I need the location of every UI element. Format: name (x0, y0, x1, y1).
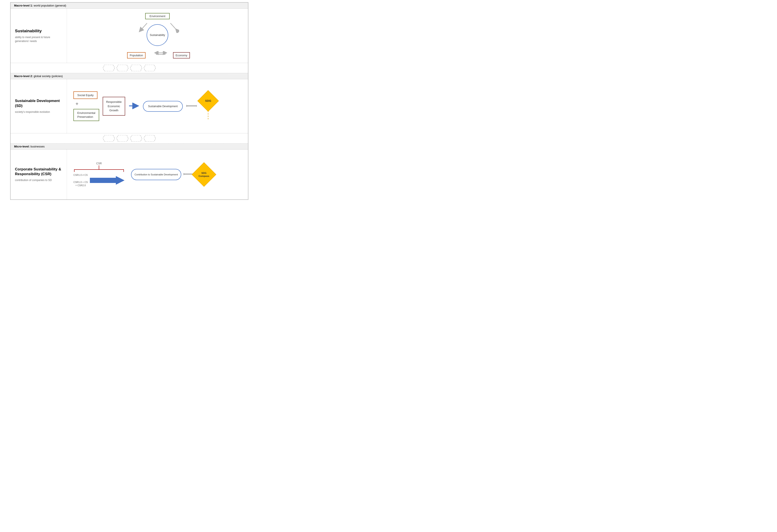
environment-label: Environment (150, 14, 165, 18)
micro-content: Corporate Sustainability & Responsibilit… (11, 149, 248, 199)
plus-top: + (76, 101, 78, 107)
micro-header-sub: businesses (30, 145, 44, 148)
macro1-title: Sustainability (15, 28, 63, 34)
population-label: Population (130, 54, 143, 57)
social-equity-label: Social Equity (77, 94, 94, 97)
macro2-header-bold: Macro-level 2: (14, 75, 33, 78)
micro-right: CSR CSR1.0 ≠ CS CSR1.0 + CS= CSR2.0 (67, 149, 248, 199)
chevron-2 (116, 65, 128, 71)
macro1-header-sub: world population (general) (33, 4, 66, 7)
chevron-1 (103, 65, 115, 71)
csr-vertical-line (99, 166, 99, 169)
pop-eco-arrow (154, 51, 167, 56)
env-pres-label: EnvironmentalPreservation (77, 111, 95, 118)
macro2-title: Sustainable Development (SD) (15, 99, 63, 108)
macro1-left: Sustainability ability to meet present &… (11, 9, 67, 63)
resp-eco-box: ResponsibleEconomicGrowth (103, 97, 125, 116)
csr1-label: CSR1.0 ≠ CS (74, 174, 88, 176)
macro2-header: Macro-level 2: global society (policies) (11, 73, 248, 79)
chevron-row-1 (11, 63, 248, 73)
micro-subtitle: contribution of companies to SD (15, 178, 63, 182)
sustainability-circle-label: Sustainability (150, 33, 165, 36)
sd-oval: Sustainable Development (143, 101, 183, 112)
sdg-diamond: SDG (198, 90, 219, 111)
macro2-right: Social Equity + EnvironmentalPreservatio… (67, 79, 248, 133)
blue-arrow-row: CSR1.0 ≠ CS CSR1.0 + CS= CSR2.0 (74, 174, 124, 187)
population-box: Population (127, 52, 145, 59)
micro-header: Micro-level: businesses (11, 143, 248, 149)
csr-column: CSR CSR1.0 ≠ CS CSR1.0 + CS= CSR2.0 (74, 162, 124, 187)
resp-eco-label: ResponsibleEconomicGrowth (106, 100, 122, 112)
left-stack: Social Equity + EnvironmentalPreservatio… (74, 91, 99, 121)
svg-marker-7 (103, 135, 115, 141)
sustainability-circle: Sustainability (147, 24, 168, 46)
sustainability-diagram: Environment (123, 13, 192, 59)
chevron-6 (116, 135, 128, 141)
sd-oval-label: Sustainable Development (148, 105, 178, 108)
chevron-3 (130, 65, 142, 71)
contribution-oval: Contribution to Sustainable Development (131, 169, 181, 180)
chevron-5 (103, 135, 115, 141)
macro1-subtitle: ability to meet present & future generat… (15, 35, 63, 43)
sdg-compass-diamond: SDGCompass (192, 162, 216, 187)
svg-marker-4 (130, 65, 142, 71)
macro1-right: Environment (67, 9, 248, 63)
arrow-tr (168, 22, 179, 34)
micro-left: Corporate Sustainability & Responsibilit… (11, 149, 67, 199)
csr2-label: CSR1.0 + CS= CSR2.0 (74, 181, 88, 187)
macro2-subtitle: society's responsible evolution (15, 110, 63, 114)
macro1-header: Macro-level 1: world population (general… (11, 3, 248, 9)
svg-marker-3 (116, 65, 128, 71)
macro2-header-sub: global society (policies) (33, 75, 63, 78)
chevron-7 (130, 135, 142, 141)
env-pres-box: EnvironmentalPreservation (74, 109, 99, 121)
macro2-content: Sustainable Development (SD) society's r… (11, 79, 248, 133)
svg-marker-9 (130, 135, 142, 141)
sdg-compass-label: SDGCompass (199, 172, 210, 178)
csr-red-bracket (74, 169, 124, 172)
csr-labels-col: CSR1.0 ≠ CS CSR1.0 + CS= CSR2.0 (74, 174, 88, 187)
big-blue-arrow (90, 176, 124, 185)
sdg-compass-diamond-container: SDGCompass (195, 166, 213, 183)
sdg-diamond-label: SDG (205, 99, 211, 103)
svg-marker-5 (144, 65, 156, 71)
csr-bracket-container (74, 169, 124, 172)
macro1-content: Sustainability ability to meet present &… (11, 9, 248, 63)
chevron-row-2 (11, 133, 248, 143)
macro1-header-bold: Macro-level 1: (14, 4, 33, 7)
arrow-from-sdg (186, 103, 197, 110)
economy-box: Economy (173, 52, 190, 59)
chevron-8 (144, 135, 156, 141)
environment-box: Environment (145, 13, 170, 19)
svg-marker-11 (90, 176, 124, 185)
social-equity-box: Social Equity (74, 91, 97, 99)
arrow-to-sd (129, 103, 139, 110)
svg-marker-8 (116, 135, 128, 141)
sdg-diamond-container: SDG (201, 93, 216, 119)
contribution-label: Contribution to Sustainable Development (134, 173, 178, 176)
svg-marker-10 (144, 135, 156, 141)
micro-header-bold: Micro-level: (14, 145, 30, 148)
economy-label: Economy (176, 54, 187, 57)
macro2-left: Sustainable Development (SD) society's r… (11, 79, 67, 133)
svg-marker-2 (103, 65, 115, 71)
chevron-4 (144, 65, 156, 71)
csr-top-label: CSR (96, 162, 102, 165)
micro-title: Corporate Sustainability & Responsibilit… (15, 167, 63, 177)
diagram-container: Macro-level 1: world population (general… (10, 2, 248, 200)
